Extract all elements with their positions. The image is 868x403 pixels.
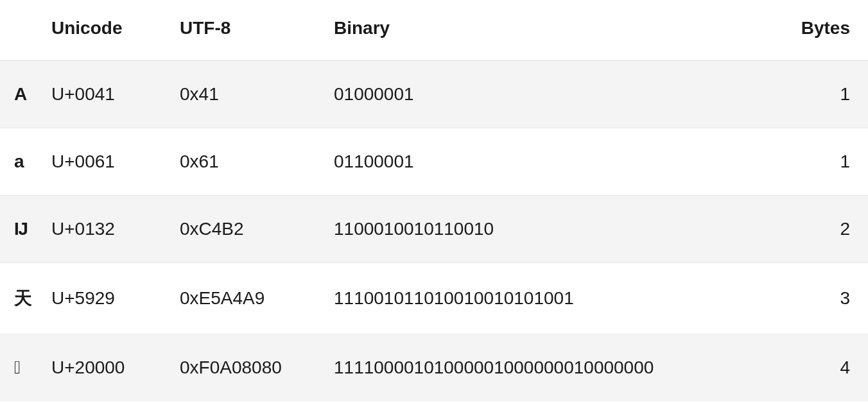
cell-binary: 01100001 (334, 128, 785, 196)
cell-utf8: 0xC4B2 (180, 196, 334, 263)
table-row: 𠀀 U+20000 0xF0A08080 1111000010100000100… (0, 334, 868, 402)
cell-unicode: U+5929 (51, 263, 180, 334)
header-unicode: Unicode (51, 0, 180, 61)
cell-unicode: U+20000 (51, 334, 180, 402)
cell-unicode: U+0041 (51, 61, 180, 128)
header-utf8: UTF-8 (180, 0, 334, 61)
cell-utf8: 0x41 (180, 61, 334, 128)
cell-bytes: 2 (785, 196, 868, 263)
table-row: 天 U+5929 0xE5A4A9 1110010110100100101010… (0, 263, 868, 334)
cell-char: a (0, 128, 51, 196)
cell-binary: 111001011010010010101001 (334, 263, 785, 334)
header-bytes: Bytes (785, 0, 868, 61)
cell-binary: 01000001 (334, 61, 785, 128)
cell-binary: 11110000101000001000000010000000 (334, 334, 785, 402)
cell-char: Ĳ (0, 196, 51, 263)
cell-bytes: 4 (785, 334, 868, 402)
cell-char: 𠀀 (0, 334, 51, 402)
cell-bytes: 3 (785, 263, 868, 334)
cell-unicode: U+0132 (51, 196, 180, 263)
cell-utf8: 0xE5A4A9 (180, 263, 334, 334)
cell-bytes: 1 (785, 128, 868, 196)
cell-char: 天 (0, 263, 51, 334)
cell-utf8: 0x61 (180, 128, 334, 196)
cell-binary: 1100010010110010 (334, 196, 785, 263)
cell-bytes: 1 (785, 61, 868, 128)
cell-char: A (0, 61, 51, 128)
cell-utf8: 0xF0A08080 (180, 334, 334, 402)
encoding-table: Unicode UTF-8 Binary Bytes A U+0041 0x41… (0, 0, 868, 401)
table-header-row: Unicode UTF-8 Binary Bytes (0, 0, 868, 61)
cell-unicode: U+0061 (51, 128, 180, 196)
header-binary: Binary (334, 0, 785, 61)
table-row: Ĳ U+0132 0xC4B2 1100010010110010 2 (0, 196, 868, 263)
header-char (0, 0, 51, 61)
table-row: a U+0061 0x61 01100001 1 (0, 128, 868, 196)
table-row: A U+0041 0x41 01000001 1 (0, 61, 868, 128)
